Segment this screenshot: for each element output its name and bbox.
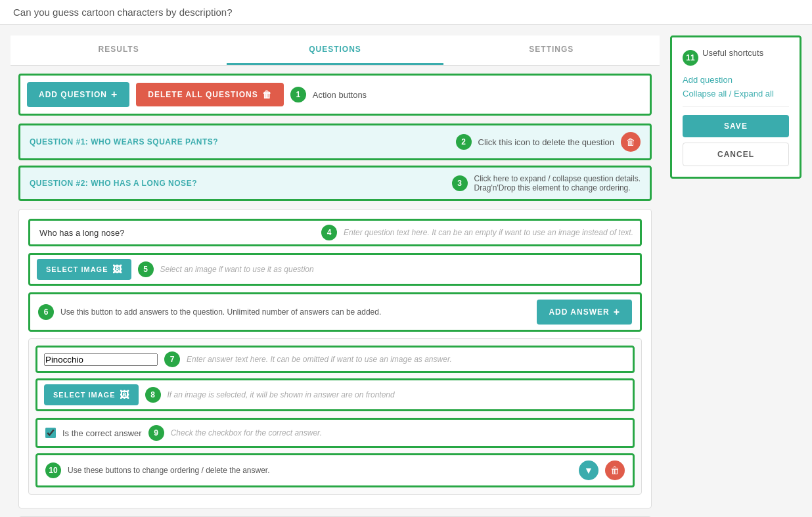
action-buttons-row: ADD QUESTION + DELETE ALL QUESTIONS 🗑 1 … [18,74,652,116]
delete-all-questions-button[interactable]: DELETE ALL QUESTIONS 🗑 [136,83,283,106]
step-badge-1: 1 [290,87,306,102]
answer-select-image-row: SELECT IMAGE 🖼 8 If an image is selected… [35,378,635,411]
content-area: ADD QUESTION + DELETE ALL QUESTIONS 🗑 1 … [11,66,660,517]
order-down-button[interactable]: ▼ [579,461,598,480]
save-button[interactable]: SAVE [683,115,789,137]
tabs: RESULTS QUESTIONS SETTINGS [11,35,660,66]
expand-hint: Click here to expand / collapse question… [474,174,641,192]
delete-answer-button[interactable]: 🗑 [605,461,625,480]
delete-question-hint: Click this icon to delete the question [478,137,614,147]
step-badge-9: 9 [148,425,164,441]
page-title: Can you guess cartoon characters by desc… [0,0,812,25]
plus-icon: + [111,89,118,101]
question-text-row: 4 Enter question text here. It can be an… [28,219,642,246]
answer-text-hint: Enter answer text here. It can be omitte… [187,355,452,364]
cancel-button[interactable]: CANCEL [683,143,789,166]
answer-select-image-button[interactable]: SELECT IMAGE 🖼 [44,384,139,405]
image-icon-a: 🖼 [120,390,129,400]
step-badge-7: 7 [164,351,180,367]
order-delete-row: 10 Use these buttons to change ordering … [35,453,635,487]
step-badge-6: 6 [38,304,54,320]
tab-results[interactable]: RESULTS [11,35,227,65]
add-answer-row: 6 Use this button to add answers to the … [28,292,642,332]
step-badge-5: 5 [138,261,154,277]
question1-row[interactable]: QUESTION #1: WHO WEARS SQUARE PANTS? 2 C… [18,124,652,160]
question-select-image-button[interactable]: SELECT IMAGE 🖼 [37,259,131,280]
add-answer-button[interactable]: ADD ANSWER + [537,300,632,325]
correct-answer-row: Is the correct answer 9 Check the checkb… [35,418,635,448]
question-text-input[interactable] [37,225,315,240]
image-icon-q: 🖼 [112,264,122,275]
shortcut-divider [683,106,789,107]
plus-icon-answer: + [614,306,620,318]
question2-label: QUESTION #2: WHO HAS A LONG NOSE? [30,179,445,188]
correct-answer-hint: Check the checkbox for the correct answe… [171,428,322,438]
step-badge-4: 4 [321,225,337,240]
question-select-image-row: SELECT IMAGE 🖼 5 Select an image if want… [28,253,642,286]
step-badge-3: 3 [452,175,468,191]
question2-details: 4 Enter question text here. It can be an… [18,209,652,508]
answer-block: 7 Enter answer text here. It can be omit… [28,338,642,495]
step-badge-2: 2 [456,134,472,150]
delete-question1-button[interactable]: 🗑 [621,132,641,152]
slash: / [729,89,734,99]
select-image-hint: Select an image if want to use it as que… [160,265,314,274]
add-question-button[interactable]: ADD QUESTION + [27,82,129,107]
correct-answer-checkbox[interactable] [45,428,56,438]
question1-label: QUESTION #1: WHO WEARS SQUARE PANTS? [30,137,449,146]
step-badge-8: 8 [145,387,161,403]
question2-row[interactable]: QUESTION #2: WHO HAS A LONG NOSE? 3 Clic… [18,166,652,201]
left-panel: RESULTS QUESTIONS SETTINGS ADD QUESTION … [11,35,660,517]
answer-text-row: 7 Enter answer text here. It can be omit… [35,346,635,373]
trash-icon: 🗑 [262,89,272,100]
action-buttons-label: Action buttons [313,90,367,100]
collapse-link[interactable]: Collapse all [683,89,727,99]
tab-questions[interactable]: QUESTIONS [227,35,443,65]
question-text-hint: Enter question text here. It can be an e… [344,228,633,237]
right-panel: 11 Useful shortcuts Add question Collaps… [670,35,801,517]
correct-answer-label: Is the correct answer [62,428,142,438]
expand-link[interactable]: Expand all [734,89,774,99]
trash-icon-q1: 🗑 [626,137,635,147]
add-answer-hint: Use this button to add answers to the qu… [60,307,530,317]
answer-select-image-hint: If an image is selected, it will be show… [168,390,395,399]
step-badge-11: 11 [683,50,698,66]
tab-settings[interactable]: SETTINGS [443,35,660,65]
shortcuts-box: 11 Useful shortcuts Add question Collaps… [670,35,801,179]
order-hint: Use these buttons to change ordering / d… [68,466,572,475]
step-badge-10: 10 [45,462,61,478]
add-question-link[interactable]: Add question [683,75,789,85]
shortcuts-title: Useful shortcuts [702,48,763,58]
answer-text-input[interactable] [44,353,158,366]
